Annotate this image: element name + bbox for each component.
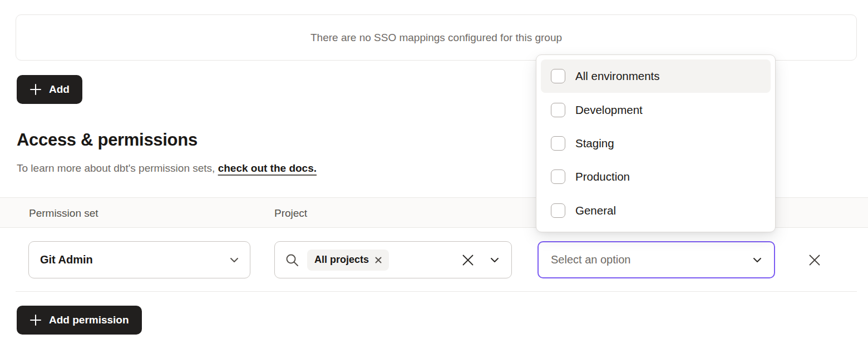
remove-tag-icon[interactable] [375, 257, 382, 263]
project-multiselect[interactable]: All projects [274, 241, 512, 278]
dropdown-option-all-environments[interactable]: All environments [541, 59, 771, 93]
column-header-permission-set: Permission set [29, 198, 98, 228]
clear-selection-icon[interactable] [462, 254, 474, 266]
add-button-label: Add [49, 83, 70, 96]
environment-select[interactable]: Select an option [537, 241, 775, 278]
row-divider [16, 291, 857, 292]
add-button[interactable]: Add [17, 75, 82, 104]
selected-project-label: All projects [314, 254, 369, 266]
column-header-project: Project [274, 198, 307, 228]
search-icon [285, 253, 299, 267]
remove-permission-row-button[interactable] [807, 252, 822, 268]
dropdown-option-production[interactable]: Production [541, 160, 771, 193]
option-label: Production [575, 170, 630, 183]
option-label: Development [575, 103, 643, 117]
project-multiselect-controls [462, 254, 499, 266]
checkbox[interactable] [551, 203, 565, 218]
option-label: All environments [575, 69, 660, 83]
checkbox[interactable] [551, 69, 565, 83]
add-permission-button-label: Add permission [49, 314, 129, 326]
section-description: To learn more about dbt's permission set… [17, 162, 317, 174]
chevron-down-icon [753, 257, 762, 263]
option-label: General [575, 204, 616, 217]
sso-mappings-empty-state: There are no SSO mappings configured for… [16, 14, 857, 61]
environment-dropdown-menu: All environments Development Staging Pro… [536, 54, 776, 232]
checkbox[interactable] [551, 169, 565, 184]
sso-empty-message: There are no SSO mappings configured for… [310, 32, 562, 44]
chevron-down-icon [230, 257, 239, 263]
dropdown-option-development[interactable]: Development [541, 93, 771, 126]
group-settings-page: There are no SSO mappings configured for… [0, 0, 868, 349]
selected-project-tag: All projects [307, 250, 389, 271]
plus-icon [29, 83, 42, 96]
checkbox[interactable] [551, 103, 565, 117]
page-title: Access & permissions [17, 130, 198, 150]
description-text: To learn more about dbt's permission set… [17, 162, 215, 174]
dropdown-option-staging[interactable]: Staging [541, 127, 771, 160]
docs-link[interactable]: check out the docs. [218, 162, 317, 174]
dropdown-option-general[interactable]: General [541, 194, 771, 227]
environment-select-placeholder: Select an option [551, 253, 630, 266]
add-permission-button[interactable]: Add permission [17, 306, 142, 335]
permission-set-value: Git Admin [40, 253, 93, 266]
option-label: Staging [575, 137, 614, 150]
permission-set-select[interactable]: Git Admin [28, 241, 250, 278]
close-icon [808, 254, 821, 266]
chevron-down-icon[interactable] [490, 257, 499, 263]
checkbox[interactable] [551, 136, 565, 151]
plus-icon [29, 314, 42, 326]
